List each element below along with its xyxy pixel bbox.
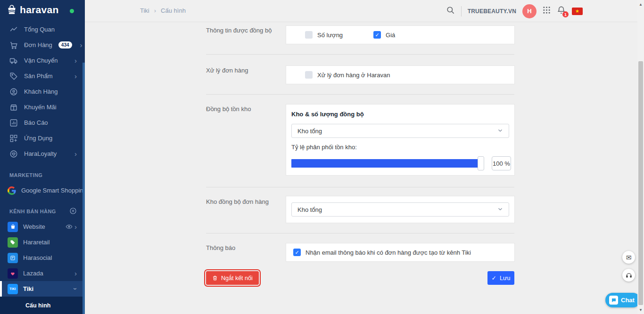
sidebar: haravan Tổng Quan Đơn Hàng 434 › Vận Chu… — [0, 0, 85, 314]
heart-circle-icon — [9, 150, 18, 158]
sidebar-nav: Tổng Quan Đơn Hàng 434 › Vận Chuyển › Sả… — [0, 22, 83, 314]
sidebar-item-label: Google Smart Shopping — [21, 187, 85, 194]
support-headset-button[interactable] — [622, 269, 635, 282]
email-notification-checkbox[interactable]: ✓ — [293, 249, 301, 256]
disconnect-button[interactable]: Ngắt kết nối — [206, 271, 259, 285]
sales-channels-section-header: KÊNH BÁN HÀNG — [0, 203, 83, 219]
notification-card: ✓ Nhận email thông báo khi có đơn hàng đ… — [286, 243, 514, 261]
notification-count-badge: 1 — [562, 11, 569, 17]
chat-button[interactable]: Chat — [605, 293, 640, 307]
bar-chart-icon — [9, 119, 18, 127]
scroll-up-arrow-icon[interactable]: ▲ — [637, 1, 644, 8]
section-divider — [206, 54, 514, 55]
harasocial-channel-icon — [8, 253, 18, 263]
sidebar-item-label: HaraLoyalty — [24, 150, 68, 157]
sidebar-scrollbar-thumb[interactable] — [83, 63, 85, 314]
notifications-bell-icon[interactable]: 1 — [557, 6, 566, 16]
google-icon — [8, 186, 16, 195]
sidebar-item-tong-quan[interactable]: Tổng Quan — [0, 22, 83, 37]
store-name[interactable]: TRUEBEAUTY.VN — [468, 8, 516, 15]
tiki-channel-icon: TIKI — [8, 284, 18, 294]
sidebar-item-label: Báo Cáo — [24, 119, 77, 126]
quantity-checkbox[interactable]: ✓ — [305, 31, 313, 39]
sidebar-item-haraloyalty[interactable]: HaraLoyalty › — [0, 146, 83, 161]
gift-icon — [9, 103, 18, 112]
chat-button-label: Chat — [621, 297, 635, 304]
chevron-right-icon: › — [74, 270, 77, 277]
ratio-value-box[interactable]: 100 % — [492, 156, 511, 170]
vietnam-flag-icon[interactable]: ★ — [572, 8, 583, 15]
sidebar-item-label: Khách Hàng — [24, 88, 77, 95]
ratio-slider-track[interactable] — [291, 159, 480, 168]
sidebar-item-hararetail[interactable]: Hararetail — [0, 234, 83, 250]
submenu-item-san-pham[interactable]: Sản phẩm — [0, 312, 83, 314]
warehouse-select[interactable]: Kho tổng — [291, 124, 509, 138]
price-checkbox[interactable]: ✓ — [373, 31, 381, 39]
trash-icon — [212, 275, 218, 281]
warehouse-sync-title: Kho & số lượng đồng bộ — [291, 111, 364, 118]
checkbox-so-luong[interactable]: ✓ Số lượng — [305, 31, 343, 39]
add-channel-icon[interactable] — [69, 207, 77, 216]
chevron-right-icon: › — [74, 150, 77, 157]
chevron-down-icon: › — [72, 288, 79, 290]
sidebar-item-don-hang[interactable]: Đơn Hàng 434 › — [0, 37, 83, 53]
haravan-logo[interactable]: haravan — [6, 4, 59, 16]
checkbox-xu-ly-don-hang[interactable]: ✓ Xử lý đơn hàng ở Haravan — [305, 71, 390, 79]
checkbox-label: Số lượng — [317, 32, 343, 39]
order-warehouse-select[interactable]: Kho tổng — [291, 202, 509, 217]
order-processing-label: Xử lý đơn hàng — [206, 67, 248, 74]
topbar-divider — [461, 6, 462, 16]
sidebar-item-label: Đơn Hàng — [24, 41, 52, 48]
check-icon: ✓ — [492, 274, 496, 282]
page-scrollbar[interactable]: ▲ ▼ — [637, 0, 644, 314]
scroll-down-arrow-icon[interactable]: ▼ — [637, 306, 644, 313]
email-support-button[interactable]: ✉ — [622, 251, 635, 264]
sidebar-item-google-smart-shopping[interactable]: Google Smart Shopping — [0, 183, 83, 198]
search-icon[interactable] — [446, 6, 455, 16]
eye-icon[interactable] — [65, 223, 73, 231]
notification-label: Thông báo — [206, 244, 235, 251]
avatar[interactable]: H — [522, 4, 537, 18]
section-divider — [206, 94, 514, 95]
save-button[interactable]: ✓ Lưu — [487, 271, 514, 285]
online-status-dot — [70, 9, 74, 13]
sidebar-item-van-chuyen[interactable]: Vận Chuyển › — [0, 53, 83, 68]
submenu-item-cau-hinh[interactable]: Cấu hình — [0, 299, 83, 312]
apps-launcher-icon[interactable] — [543, 6, 551, 16]
ratio-slider-handle[interactable] — [478, 156, 484, 170]
sidebar-item-ung-dung[interactable]: Ứng Dụng — [0, 130, 83, 146]
checkbox-email-notification[interactable]: ✓ Nhận email thông báo khi có đơn hàng đ… — [293, 249, 471, 256]
breadcrumb-separator-icon: › — [154, 7, 156, 14]
sidebar-item-lazada[interactable]: Lazada › — [0, 266, 83, 281]
ratio-label: Tỷ lệ phân phối tồn kho: — [291, 144, 357, 151]
sync-info-card: ✓ Số lượng ✓ Giá — [286, 26, 514, 44]
tiki-icon-text: TIKI — [9, 287, 16, 290]
topbar-right-cluster: TRUEBEAUTY.VN H 1 ★ — [446, 0, 583, 22]
apps-grid-icon — [9, 134, 18, 143]
process-orders-checkbox[interactable]: ✓ — [305, 71, 313, 79]
sidebar-item-san-pham[interactable]: Sản Phẩm › — [0, 68, 83, 84]
checkbox-gia[interactable]: ✓ Giá — [373, 31, 395, 39]
selected-warehouse: Kho tổng — [297, 206, 322, 213]
sync-info-label: Thông tin được đồng bộ — [206, 27, 272, 34]
sidebar-item-bao-cao[interactable]: Báo Cáo — [0, 115, 83, 130]
sidebar-item-khach-hang[interactable]: Khách Hàng — [0, 84, 83, 99]
trend-icon — [9, 25, 18, 34]
haravan-admin-app: haravan Tổng Quan Đơn Hàng 434 › Vận Chu… — [0, 0, 644, 314]
sidebar-item-website[interactable]: Website › — [0, 219, 83, 234]
breadcrumb-parent[interactable]: Tiki — [140, 7, 149, 14]
inventory-sync-label: Đồng bộ tồn kho — [206, 105, 251, 113]
sidebar-item-harasocial[interactable]: Harasocial — [0, 250, 83, 266]
tag-icon — [9, 72, 18, 81]
checkbox-label: Giá — [386, 32, 395, 39]
orders-count-badge: 434 — [58, 41, 72, 48]
haravan-bag-icon — [6, 4, 18, 16]
page-scrollbar-thumb[interactable] — [638, 61, 643, 305]
save-button-label: Lưu — [500, 275, 510, 282]
order-warehouse-label: Kho đồng bộ đơn hàng — [206, 198, 269, 205]
sidebar-item-khuyen-mai[interactable]: Khuyến Mãi — [0, 99, 83, 115]
selected-warehouse: Kho tổng — [297, 128, 322, 135]
sidebar-item-label: Tiki — [23, 285, 69, 292]
sidebar-item-label: Lazada — [23, 270, 69, 277]
sidebar-item-tiki[interactable]: TIKI Tiki › — [0, 281, 83, 297]
